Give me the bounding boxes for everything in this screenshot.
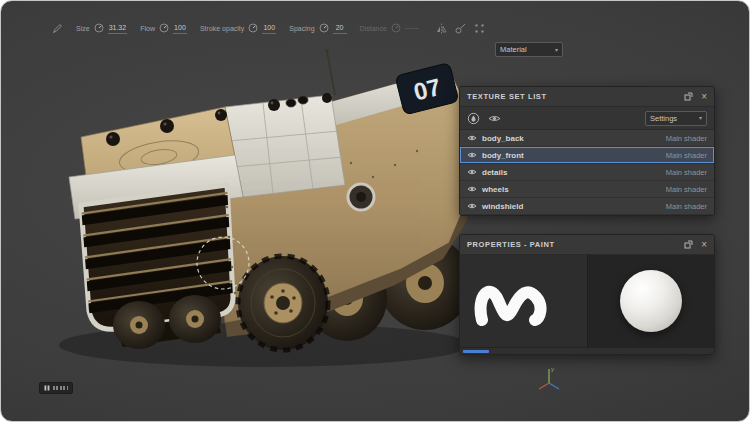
panel-title: TEXTURE SET LIST xyxy=(467,92,547,101)
toolbar-item[interactable]: Flow 100 xyxy=(140,23,187,34)
toolbar-item-value[interactable]: 100 xyxy=(262,23,276,34)
toolbar-item-label: Stroke opacity xyxy=(200,25,244,32)
toolbar-item-value[interactable]: 100 xyxy=(173,23,187,34)
texture-set-row[interactable]: body_front Main shader xyxy=(460,147,714,164)
eye-icon[interactable] xyxy=(467,202,477,210)
settings-dropdown-label: Settings xyxy=(650,114,677,123)
x-axis xyxy=(539,383,549,389)
toolbar-item-value[interactable]: 31.32 xyxy=(108,23,128,34)
shader-label[interactable]: Main shader xyxy=(666,134,707,143)
chevron-down-icon: ▾ xyxy=(699,115,702,121)
toolbar-item[interactable]: Distance xyxy=(360,23,419,33)
texture-set-name: details xyxy=(482,168,507,177)
brush-toolbar: Size 31.32 Flow 100 xyxy=(51,17,485,39)
texture-set-row[interactable]: details Main shader xyxy=(460,164,714,181)
shader-label[interactable]: Main shader xyxy=(666,185,707,194)
close-icon[interactable]: × xyxy=(701,240,707,250)
front-wheel xyxy=(238,256,328,350)
properties-scrollbar[interactable] xyxy=(460,347,714,354)
symmetry-icon[interactable] xyxy=(436,23,447,34)
shader-label[interactable]: Main shader xyxy=(666,168,707,177)
toolbar-item-label: Size xyxy=(76,25,90,32)
dial-icon[interactable] xyxy=(248,23,258,33)
brush-stroke-icon xyxy=(468,262,578,340)
toolbar-item-label: Distance xyxy=(360,25,387,32)
cab-white xyxy=(225,95,345,197)
eye-icon[interactable] xyxy=(467,134,477,142)
texture-set-name: windshield xyxy=(482,202,523,211)
settings-dropdown[interactable]: Settings ▾ xyxy=(645,111,707,126)
toolbar-item[interactable]: Stroke opacity 100 xyxy=(200,23,276,34)
material-dropdown-label: Material xyxy=(500,45,527,54)
toolbar-item-label: Flow xyxy=(140,25,155,32)
dial-icon[interactable] xyxy=(94,23,104,33)
brush-previews xyxy=(460,255,714,347)
texture-set-name: body_back xyxy=(482,134,524,143)
texture-set-name: wheels xyxy=(482,185,509,194)
toolbar-item[interactable]: Spacing 20 xyxy=(289,23,346,34)
texture-set-rows: body_back Main shader body_front Main sh… xyxy=(460,130,714,215)
shader-label[interactable]: Main shader xyxy=(666,151,707,160)
dial-icon[interactable] xyxy=(391,23,401,33)
toolbar-item-label: Spacing xyxy=(289,25,314,32)
properties-header[interactable]: PROPERTIES - PAINT × xyxy=(460,235,714,255)
vehicle-model: 07 xyxy=(59,49,471,350)
visibility-filter-icon[interactable] xyxy=(488,114,501,123)
texture-set-row[interactable]: windshield Main shader xyxy=(460,198,714,215)
scrollbar-thumb[interactable] xyxy=(463,350,489,353)
material-sphere-icon xyxy=(620,270,682,332)
eye-icon[interactable] xyxy=(467,185,477,193)
texture-set-name: body_front xyxy=(482,151,524,160)
lazy-mouse-icon[interactable] xyxy=(455,23,466,34)
material-sphere-preview[interactable] xyxy=(588,255,715,347)
material-dropdown[interactable]: Material ▾ xyxy=(495,42,563,57)
eye-icon[interactable] xyxy=(467,168,477,176)
z-axis xyxy=(549,383,559,389)
eye-icon[interactable] xyxy=(467,151,477,159)
float-panel-icon[interactable] xyxy=(684,240,693,249)
pause-icon xyxy=(44,385,50,391)
toolbar-item-value[interactable]: 20 xyxy=(333,23,347,34)
toolbar-extra-icons xyxy=(436,23,485,34)
svg-text:y: y xyxy=(551,366,554,372)
app-window: 07 xyxy=(0,0,750,422)
axis-gizmo: y xyxy=(534,363,564,397)
texture-set-list-panel: TEXTURE SET LIST × xyxy=(459,86,715,216)
dial-icon[interactable] xyxy=(159,23,169,33)
panel-title: PROPERTIES - PAINT xyxy=(467,240,555,249)
texture-set-filter-row: Settings ▾ xyxy=(460,107,714,130)
viewport-3d[interactable]: 07 xyxy=(29,45,479,380)
material-filter-icon[interactable] xyxy=(467,112,480,125)
antenna xyxy=(327,51,335,95)
brush-tool-icon[interactable] xyxy=(51,22,63,34)
close-icon[interactable]: × xyxy=(701,92,707,102)
status-text xyxy=(53,386,68,390)
viewport-status-badge[interactable] xyxy=(39,382,73,394)
brush-stroke-preview[interactable] xyxy=(460,255,588,347)
texture-set-row[interactable]: wheels Main shader xyxy=(460,181,714,198)
toolbar-item-value[interactable] xyxy=(405,28,419,29)
toolbar-item[interactable]: Size 31.32 xyxy=(76,23,127,34)
chevron-down-icon: ▾ xyxy=(555,47,558,53)
float-panel-icon[interactable] xyxy=(684,92,693,101)
porthole-window xyxy=(348,184,374,210)
properties-paint-panel: PROPERTIES - PAINT × xyxy=(459,234,715,355)
dial-icon[interactable] xyxy=(319,23,329,33)
texture-set-list-header[interactable]: TEXTURE SET LIST × xyxy=(460,87,714,107)
shader-label[interactable]: Main shader xyxy=(666,202,707,211)
grid-align-icon[interactable] xyxy=(474,23,485,34)
texture-set-row[interactable]: body_back Main shader xyxy=(460,130,714,147)
